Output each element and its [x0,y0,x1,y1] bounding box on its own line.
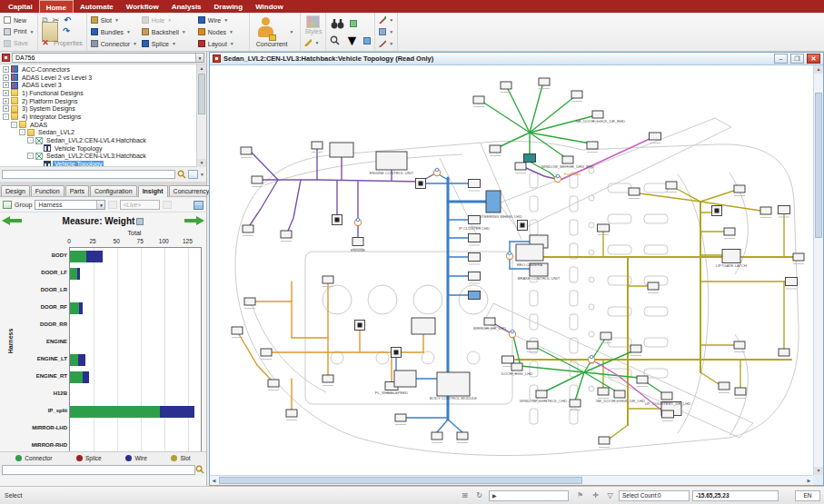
connector-node[interactable] [629,188,640,195]
connector-node[interactable] [286,410,297,417]
connector-node[interactable] [536,390,547,398]
connector-node[interactable] [722,250,740,263]
menu-item-window[interactable]: Window [249,0,290,13]
group-select[interactable]: Harness ▼ [35,200,105,210]
collapse-icon[interactable]: - [27,137,34,143]
connector-node[interactable] [719,382,730,390]
concurrent-button[interactable]: Concurrent ▼ [253,17,297,47]
connector-node[interactable] [395,414,406,421]
connector-node[interactable] [437,372,470,396]
next-measure-button[interactable] [184,216,204,225]
tab-parts[interactable]: Parts [65,185,89,196]
connector-node[interactable] [486,191,501,212]
expand-icon[interactable]: + [3,66,9,73]
tree-item-3-system-designs[interactable]: +3) System Designs [0,104,196,113]
save-button[interactable]: Save [4,38,34,49]
connector-node[interactable] [469,272,481,281]
scroll-down-icon[interactable]: ▼ [197,159,206,167]
refresh-icon[interactable]: ↻ [474,489,484,501]
expand-icon[interactable]: + [3,82,9,88]
find-button[interactable] [330,17,345,29]
connector-node[interactable] [735,388,746,395]
insight-search-input[interactable] [2,465,195,475]
tree-scrollbar[interactable]: ▲ ▼ [196,64,206,167]
scrollbar-thumb[interactable] [219,477,582,484]
search-icon[interactable] [195,465,204,474]
tree-item-sedan-lvl2-cen-lvl4-hatchback[interactable]: -Sedan_LVL2:CEN-LVL4:Hatchback [0,136,196,144]
backshell-button[interactable]: Backshell▼ [142,26,198,37]
new-button[interactable]: New [4,15,34,25]
connector-node[interactable] [793,253,804,261]
scroll-left-icon[interactable]: ◀ [210,476,218,485]
menu-item-automate[interactable]: Automate [74,0,120,13]
previous-measure-button[interactable] [2,216,22,225]
close-button[interactable]: ✕ [807,54,820,64]
legend-item-slot[interactable]: Slot [171,455,190,461]
measure-edit-icon[interactable] [136,218,144,225]
expand-icon[interactable]: + [3,98,9,104]
connector-node[interactable] [469,292,481,300]
pan-icon[interactable] [363,37,371,44]
connector-node[interactable] [312,142,323,149]
tree-item-adas-level-2-vs-level-3[interactable]: +ADAS Level 2 vs Level 3 [0,74,196,82]
scroll-right-icon[interactable]: ▶ [805,476,813,485]
filter-icon[interactable]: ▽ [605,489,615,501]
tree-item-2-platform-designs[interactable]: +2) Platform Designs [0,97,196,105]
bundles-button[interactable]: Bundles▼ [91,26,142,37]
connector-node[interactable] [650,133,661,140]
connector-node[interactable] [501,82,511,89]
connector-node[interactable] [601,332,611,340]
legend-item-splice[interactable]: Splice [76,455,102,461]
zoom-tool-icon[interactable] [330,35,340,45]
connector-node[interactable] [599,437,610,444]
connector-node[interactable] [490,145,501,153]
pen-color-button[interactable]: ▼ [304,37,322,48]
apply-icon[interactable] [163,201,172,209]
splice-button[interactable]: Splice▼ [142,38,198,49]
connector-node[interactable] [323,375,333,382]
view-tool-button[interactable]: ▼ [379,26,393,37]
tree-item-acc-connectors[interactable]: +ACC-Connectors [0,65,196,74]
connector-node[interactable] [570,400,581,407]
scroll-down-icon[interactable]: ▼ [814,467,823,475]
connector-node[interactable] [571,91,582,98]
connector-node[interactable] [630,345,641,352]
connector-node[interactable] [330,143,353,157]
tree-item-adas[interactable]: -ADAS [0,121,196,129]
connector-node[interactable] [511,363,522,371]
connector-node[interactable] [637,376,648,383]
redo-icon[interactable]: ↷ [63,27,70,35]
connector-button[interactable]: Connector▼ [91,38,142,49]
connector-node[interactable] [734,185,745,193]
canvas-hscrollbar[interactable]: ◀ ▶ [210,475,813,485]
tree-item-1-functional-designs[interactable]: +1) Functional Designs [0,89,196,97]
connector-node[interactable] [252,176,263,183]
connector-node[interactable] [394,371,416,387]
print-button[interactable]: Print▼ [4,26,34,37]
expand-icon[interactable]: + [3,74,9,81]
hole-button[interactable]: Hole▼ [142,15,198,25]
document-title-bar[interactable]: Sedan_LVL2:CEN-LVL3:Hatchback:Vehicle To… [210,53,823,65]
measure-tool-button[interactable]: ▼ [379,38,393,49]
collapse-icon[interactable]: - [19,129,25,135]
layout-grid-icon[interactable]: ⊞ [460,489,470,501]
connector-node[interactable] [598,388,609,395]
connector-node[interactable] [587,142,598,149]
connector-node[interactable] [243,225,253,232]
legend-item-connector[interactable]: Connector [15,455,52,461]
refresh-icon[interactable] [108,201,117,209]
expand-icon[interactable]: + [3,90,9,96]
tree-filter-input[interactable] [2,170,175,179]
run-combo[interactable]: ▶ [489,489,569,501]
tree-item-4-integrator-designs[interactable]: -4) Integrator Designs [0,113,196,121]
menu-item-capital[interactable]: Capital [2,0,39,13]
tab-design[interactable]: Design [1,185,30,196]
connector-node[interactable] [515,163,526,170]
connector-node[interactable] [562,156,573,163]
wire-button[interactable]: Wire▼ [198,15,245,25]
expand-icon[interactable]: + [3,105,9,112]
connector-node[interactable] [786,278,798,286]
tab-function[interactable]: Function [31,185,65,196]
connector-node[interactable] [648,282,659,290]
chevron-down-icon[interactable]: ▼ [200,172,204,177]
